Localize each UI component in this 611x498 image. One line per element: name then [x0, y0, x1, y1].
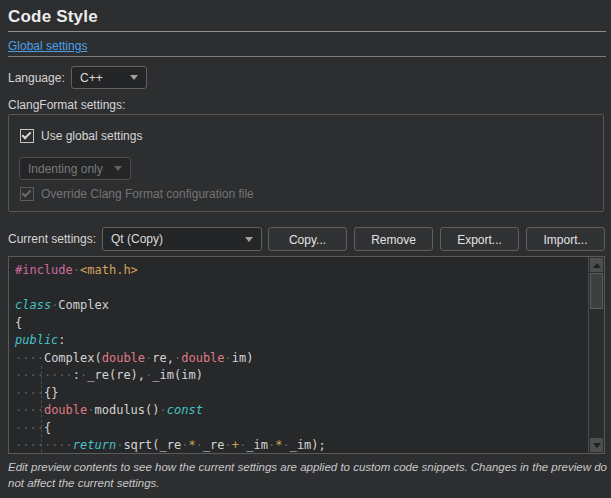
- language-label: Language:: [8, 71, 65, 85]
- chevron-down-icon: [130, 75, 138, 80]
- clangformat-mode-select: Indenting only: [19, 157, 131, 180]
- override-clang-format-checkbox: Override Clang Format configuration file: [20, 187, 254, 201]
- code-line: ········return·sqrt(_re·*·_re·+·_im·*·_i…: [15, 437, 586, 454]
- code-line: ····Complex(double·re,·double·im): [15, 350, 586, 368]
- export-button[interactable]: Export...: [440, 227, 519, 251]
- code-line: ········:·_re(re),·_im(im): [15, 367, 586, 385]
- code-line: public:: [15, 332, 586, 350]
- triangle-up-icon: [593, 263, 601, 268]
- override-clang-format-label: Override Clang Format configuration file: [41, 187, 254, 201]
- code-content[interactable]: #include·<math.h>class·Complex{public:··…: [15, 262, 586, 454]
- scrollbar-thumb[interactable]: [590, 273, 603, 309]
- clangformat-mode-value: Indenting only: [28, 162, 108, 176]
- clangformat-settings-label: ClangFormat settings:: [8, 98, 125, 112]
- divider: [8, 56, 606, 57]
- copy-button[interactable]: Copy...: [268, 227, 347, 251]
- code-line: {: [15, 315, 586, 333]
- code-line: [15, 280, 586, 298]
- chevron-down-icon: [114, 166, 122, 171]
- preview-hint-text: Edit preview contents to see how the cur…: [8, 459, 608, 492]
- code-line: ····{: [15, 420, 586, 438]
- code-preview-editor[interactable]: #include·<math.h>class·Complex{public:··…: [8, 256, 605, 454]
- scroll-up-button[interactable]: [590, 258, 603, 272]
- vertical-scrollbar[interactable]: [588, 257, 604, 453]
- code-line: ····double·modulus()·const: [15, 402, 586, 420]
- checkbox-checked-icon: [20, 129, 34, 143]
- current-settings-select[interactable]: Qt (Copy): [102, 227, 262, 251]
- language-select-value: C++: [80, 71, 124, 85]
- code-style-settings-page: Code Style Global settings Language: C++…: [0, 0, 611, 498]
- current-settings-label: Current settings:: [8, 232, 96, 246]
- code-line: #include·<math.h>: [15, 262, 586, 280]
- code-line: ····{}: [15, 385, 586, 403]
- divider: [8, 31, 606, 32]
- triangle-down-icon: [593, 443, 601, 448]
- code-line: class·Complex: [15, 297, 586, 315]
- remove-button[interactable]: Remove: [354, 227, 433, 251]
- global-settings-link[interactable]: Global settings: [8, 39, 87, 53]
- chevron-down-icon: [245, 237, 253, 242]
- current-settings-value: Qt (Copy): [111, 232, 239, 246]
- language-select[interactable]: C++: [71, 66, 147, 89]
- indent-guide-line: [41, 366, 42, 452]
- scroll-down-button[interactable]: [590, 438, 603, 452]
- checkbox-checked-icon: [20, 187, 34, 201]
- use-global-settings-label: Use global settings: [41, 129, 142, 143]
- use-global-settings-checkbox[interactable]: Use global settings: [20, 129, 142, 143]
- import-button[interactable]: Import...: [526, 227, 605, 251]
- page-title: Code Style: [8, 7, 98, 27]
